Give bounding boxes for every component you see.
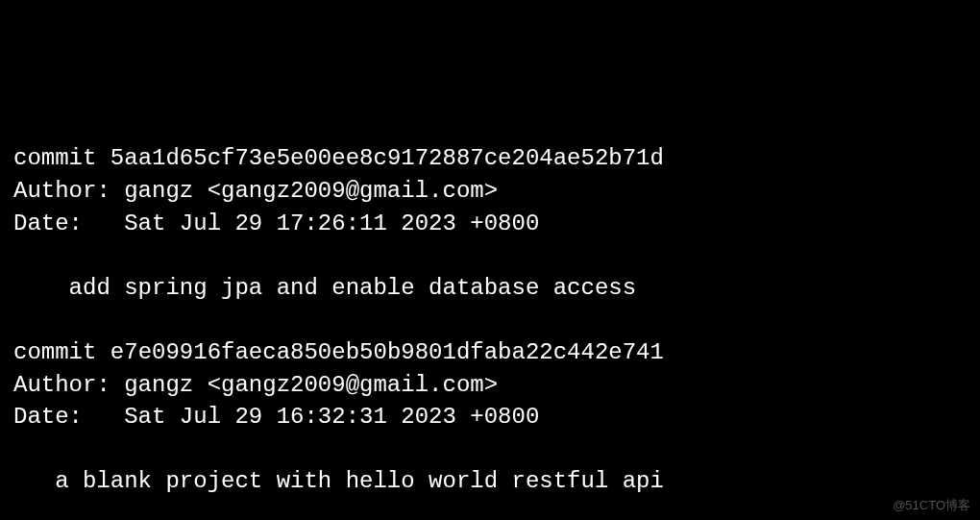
date-label: Date:	[13, 210, 124, 236]
author-value: gangz <gangz2009@gmail.com>	[124, 178, 498, 204]
author-line: Author: gangz <gangz2009@gmail.com>	[13, 175, 967, 208]
commit-label: commit	[13, 145, 110, 171]
author-label: Author:	[13, 178, 124, 204]
commit-hash: e7e09916faeca850eb50b9801dfaba22c442e741	[110, 339, 664, 365]
commit-label: commit	[13, 339, 110, 365]
date-label: Date:	[13, 404, 124, 430]
commit-hash-line: commit e7e09916faeca850eb50b9801dfaba22c…	[13, 336, 967, 369]
commit-hash: 5aa1d65cf73e5e00ee8c9172887ce204ae52b71d	[110, 145, 664, 171]
commit-message: a blank project with hello world restful…	[13, 465, 967, 498]
author-label: Author:	[13, 372, 124, 398]
date-value: Sat Jul 29 17:26:11 2023 +0800	[124, 210, 539, 236]
date-value: Sat Jul 29 16:32:31 2023 +0800	[124, 404, 539, 430]
commit-message: add spring jpa and enable database acces…	[13, 272, 967, 305]
author-value: gangz <gangz2009@gmail.com>	[124, 372, 498, 398]
git-log-output[interactable]: commit 5aa1d65cf73e5e00ee8c9172887ce204a…	[13, 142, 967, 498]
date-line: Date: Sat Jul 29 16:32:31 2023 +0800	[13, 401, 967, 433]
commit-hash-line: commit 5aa1d65cf73e5e00ee8c9172887ce204a…	[13, 142, 967, 175]
author-line: Author: gangz <gangz2009@gmail.com>	[13, 369, 967, 402]
watermark: @51CTO博客	[893, 497, 970, 514]
date-line: Date: Sat Jul 29 17:26:11 2023 +0800	[13, 208, 967, 240]
